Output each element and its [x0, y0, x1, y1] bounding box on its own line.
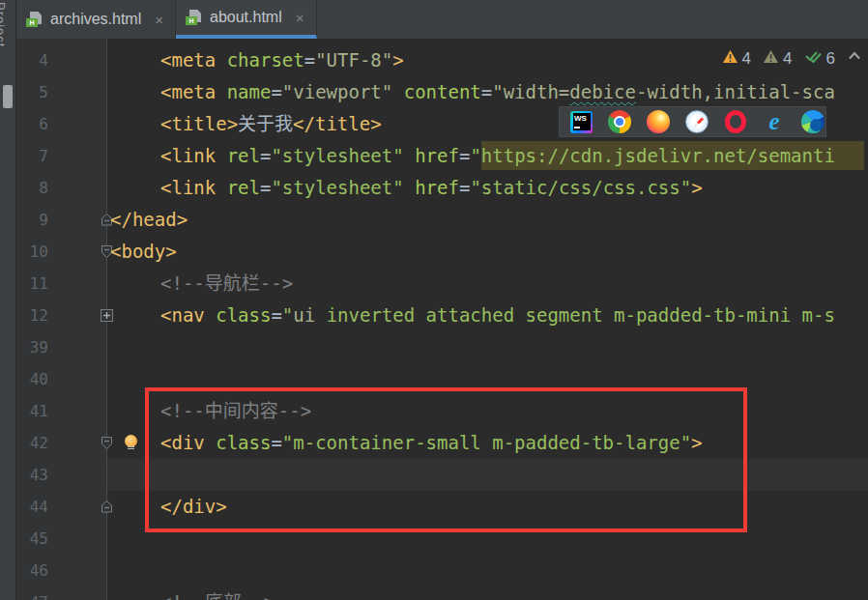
line-number: 7: [16, 140, 48, 172]
code-line-39[interactable]: 39: [16, 331, 868, 363]
code-text: <meta name="viewport" content="width=deb…: [110, 76, 835, 108]
code-text: <!--底部-->: [110, 586, 275, 600]
inspections-widget[interactable]: 446: [722, 48, 862, 69]
code-text: </head>: [110, 204, 188, 236]
line-number: 47: [16, 586, 48, 600]
inspection-count: 4: [742, 49, 751, 69]
html-file-icon: H: [186, 10, 202, 25]
line-number: 44: [16, 491, 48, 523]
close-icon[interactable]: ×: [155, 12, 163, 28]
line-number: 5: [16, 76, 48, 108]
line-number: 10: [16, 236, 48, 268]
ok-checks-icon: [804, 48, 823, 69]
open-in-browser-toolbar: WSe: [559, 106, 826, 137]
code-line-8[interactable]: 8<link rel="stylesheet" href="static/css…: [16, 172, 868, 204]
red-annotation-rectangle: [145, 387, 747, 532]
warning-gray-icon: [763, 49, 779, 69]
line-number: 45: [16, 523, 48, 555]
inspection-count: 4: [783, 49, 792, 69]
code-text: <nav class="ui inverted attached segment…: [110, 300, 835, 331]
line-number: 41: [16, 395, 48, 427]
chevron-up-icon[interactable]: [847, 48, 862, 69]
html-file-icon: H: [26, 12, 43, 27]
opera-icon[interactable]: [716, 110, 755, 133]
code-text: <body>: [110, 236, 177, 268]
code-line-9[interactable]: 9</head>: [16, 204, 868, 236]
inspection-warning-gray[interactable]: 4: [763, 49, 792, 69]
line-number: 42: [16, 427, 48, 459]
line-number: 11: [16, 268, 48, 300]
code-text: <meta charset="UTF-8">: [110, 44, 404, 76]
inspection-count: 6: [826, 49, 835, 69]
code-text: <link rel="stylesheet" href="static/css/…: [110, 172, 703, 204]
code-text: <title>关于我</title>: [110, 108, 382, 140]
safari-icon[interactable]: [678, 110, 716, 133]
code-line-46[interactable]: 46: [16, 555, 868, 586]
edge-icon[interactable]: [794, 110, 832, 133]
line-number: 9: [16, 204, 48, 236]
code-line-10[interactable]: 10<body>: [16, 236, 868, 268]
line-number: 8: [16, 172, 48, 204]
line-number: 39: [16, 331, 48, 363]
close-icon[interactable]: ×: [296, 10, 304, 26]
webstorm-icon[interactable]: WS: [562, 111, 600, 133]
warning-yellow-icon: [722, 49, 738, 69]
editor-tab-bar: Harchives.html×Habout.html×: [16, 0, 868, 39]
editor-tab-about.html[interactable]: Habout.html×: [176, 0, 316, 39]
internet-explorer-icon[interactable]: e: [755, 110, 794, 133]
code-line-11[interactable]: 11<!--导航栏-->: [16, 268, 868, 300]
line-number: 46: [16, 555, 48, 586]
code-text: <!--导航栏-->: [110, 268, 293, 300]
code-line-7[interactable]: 7<link rel="stylesheet" href="https://cd…: [16, 140, 868, 172]
strip-scroll-thumb[interactable]: [3, 85, 13, 108]
code-text: <link rel="stylesheet" href="https://cdn…: [110, 140, 864, 172]
line-number: 4: [16, 44, 48, 76]
line-number: 40: [16, 363, 48, 395]
code-line-5[interactable]: 5<meta name="viewport" content="width=de…: [16, 76, 868, 108]
chrome-icon[interactable]: [600, 110, 639, 133]
tab-label: archives.html: [50, 11, 141, 28]
line-number: 43: [16, 459, 48, 491]
project-strip-label[interactable]: Project: [0, 2, 8, 47]
line-number: 6: [16, 108, 48, 140]
inspection-warning-yellow[interactable]: 4: [722, 49, 751, 69]
line-number: 12: [16, 300, 48, 331]
tool-window-strip[interactable]: Project: [0, 0, 16, 600]
firefox-icon[interactable]: [639, 110, 678, 133]
code-line-47[interactable]: 47<!--底部-->: [16, 586, 868, 600]
tab-label: about.html: [210, 9, 282, 26]
inspection-ok-checks[interactable]: 6: [804, 48, 835, 69]
editor-tab-archives.html[interactable]: Harchives.html×: [16, 0, 176, 39]
code-line-12[interactable]: 12<nav class="ui inverted attached segme…: [16, 300, 868, 331]
